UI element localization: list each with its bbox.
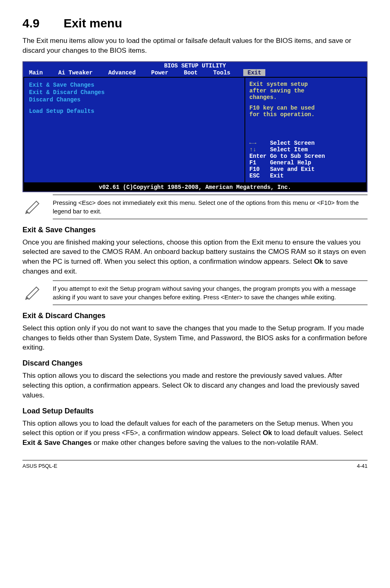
- section-heading: Exit & Discard Changes: [22, 312, 368, 320]
- note-text: If you attempt to exit the Setup program…: [53, 281, 368, 305]
- section-heading: Exit & Save Changes: [22, 226, 368, 234]
- pencil-icon: [22, 284, 44, 302]
- footer-product: ASUS P5QL-E: [22, 463, 57, 469]
- bios-key-line: ↑↓ Select Item: [249, 146, 362, 153]
- heading-number: 4.9: [22, 16, 40, 30]
- section-body: Select this option only if you do not wa…: [22, 323, 368, 352]
- pencil-icon: [22, 198, 44, 216]
- bold-text: Exit & Save Changes: [22, 439, 92, 447]
- text: to load default values. Select: [272, 429, 363, 437]
- bios-option: Discard Changes: [29, 97, 240, 103]
- section-heading: Discard Changes: [22, 359, 368, 368]
- bios-key-line: ←→ Select ScreenSelect Screen: [249, 140, 362, 146]
- bios-help-line: after saving the: [249, 88, 362, 94]
- bios-key-line: ESC Exit: [249, 173, 362, 179]
- bold-text: Ok: [314, 258, 323, 265]
- bios-title: BIOS SETUP UTILITY: [23, 62, 367, 69]
- bios-tab-tools: Tools: [211, 69, 233, 76]
- bios-option: Exit & Save Changes: [29, 82, 240, 88]
- bios-help-line: changes.: [249, 94, 362, 101]
- bios-help-text: Exit system setup after saving the chang…: [249, 81, 362, 118]
- bios-tab-aitweaker: Ai Tweaker: [56, 69, 95, 76]
- bios-footer: v02.61 (C)Copyright 1985-2008, American …: [23, 183, 367, 191]
- bios-tab-exit-selected: Exit: [243, 69, 265, 76]
- section-heading: Load Setup Defaults: [22, 407, 368, 415]
- page-footer: ASUS P5QL-E 4-41: [22, 460, 368, 469]
- bios-help-line: Exit system setup: [249, 81, 362, 88]
- bios-tab-main: Main: [27, 69, 45, 76]
- heading-title: Exit menu: [63, 16, 122, 30]
- note-block: If you attempt to exit the Setup program…: [22, 281, 368, 305]
- section-body: This option allows you to discard the se…: [22, 371, 368, 400]
- page-heading: 4.9 Exit menu: [22, 16, 368, 30]
- bios-key-line: Enter Go to Sub Screen: [249, 153, 362, 159]
- bios-left-panel: Exit & Save Changes Exit & Discard Chang…: [23, 77, 244, 183]
- bios-help-line: F10 key can be used: [249, 105, 362, 111]
- note-text: Pressing <Esc> does not immediately exit…: [53, 195, 368, 219]
- bios-key-line: F10 Save and Exit: [249, 166, 362, 173]
- section-body: Once you are finished making your select…: [22, 238, 368, 276]
- bios-option: Exit & Discard Changes: [29, 89, 240, 96]
- bold-text: Ok: [263, 429, 272, 437]
- bios-menubar: Main Ai Tweaker Advanced Power Boot Tool…: [23, 69, 367, 77]
- bios-help-line: for this operation.: [249, 111, 362, 118]
- bios-right-panel: Exit system setup after saving the chang…: [244, 77, 367, 183]
- bios-key-line: F1 General Help: [249, 159, 362, 166]
- note-block: Pressing <Esc> does not immediately exit…: [22, 195, 368, 219]
- text: or make other changes before saving the …: [92, 439, 318, 447]
- bios-tab-boot: Boot: [182, 69, 200, 76]
- bios-screenshot: BIOS SETUP UTILITY Main Ai Tweaker Advan…: [22, 61, 368, 192]
- intro-paragraph: The Exit menu items allow you to load th…: [22, 36, 368, 56]
- bios-option: Load Setup Defaults: [29, 108, 240, 114]
- section-body: This option allows you to load the defau…: [22, 419, 368, 448]
- bios-tab-advanced: Advanced: [106, 69, 138, 76]
- bios-tab-power: Power: [149, 69, 171, 76]
- bios-key-legend: ←→ Select ScreenSelect Screen ↑↓ Select …: [249, 140, 362, 179]
- footer-page-number: 4-41: [357, 463, 368, 469]
